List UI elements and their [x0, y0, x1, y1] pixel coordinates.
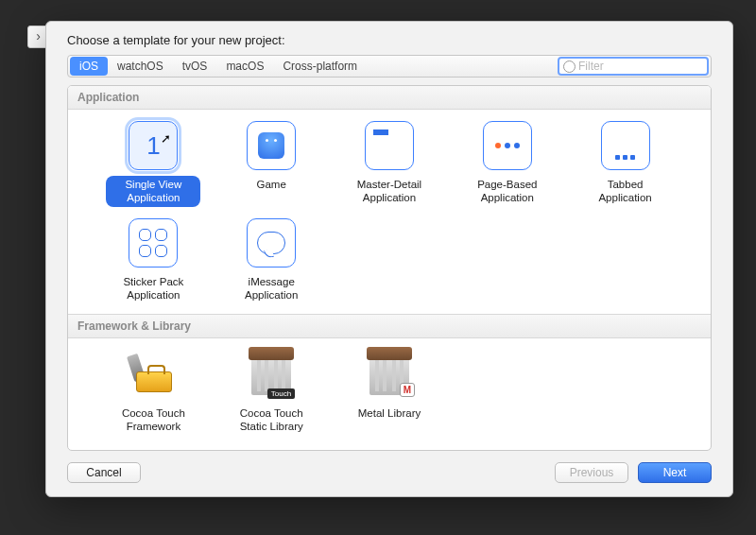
- template-metal-library[interactable]: M Metal Library: [331, 350, 449, 436]
- application-grid: 1 ➚ Single View Application Game Master-…: [68, 110, 711, 314]
- template-master-detail[interactable]: Master-Detail Application: [331, 121, 449, 207]
- template-page-based[interactable]: Page-Based Application: [448, 121, 566, 207]
- template-cocoa-touch-static-library[interactable]: Touch Cocoa Touch Static Library: [213, 350, 331, 436]
- template-label: iMessage Application: [224, 273, 318, 304]
- template-single-view[interactable]: 1 ➚ Single View Application: [94, 121, 213, 207]
- template-list: Application 1 ➚ Single View Application …: [67, 85, 712, 451]
- section-header-framework: Framework & Library: [68, 314, 711, 338]
- next-button[interactable]: Next: [638, 462, 712, 483]
- game-icon: [247, 121, 296, 170]
- template-label: Cocoa Touch Static Library: [224, 405, 318, 436]
- template-cocoa-touch-framework[interactable]: Cocoa Touch Framework: [94, 350, 213, 436]
- single-view-number: 1: [146, 131, 160, 161]
- master-detail-icon: [365, 121, 414, 170]
- filter-field-wrap[interactable]: [558, 57, 709, 76]
- building-glyph: Touch: [251, 354, 291, 395]
- tab-tvos[interactable]: tvOS: [173, 57, 217, 76]
- tab-ios[interactable]: iOS: [70, 57, 108, 76]
- template-imessage[interactable]: iMessage Application: [213, 218, 331, 304]
- cancel-button[interactable]: Cancel: [67, 462, 141, 483]
- filter-input[interactable]: [578, 60, 703, 73]
- library-building-icon: Touch: [247, 350, 296, 399]
- tab-crossplatform[interactable]: Cross-platform: [273, 57, 367, 76]
- prompt-label: Choose a template for your new project:: [67, 33, 712, 55]
- sticker-pack-icon: [129, 218, 178, 268]
- toolbox-icon: [129, 350, 178, 399]
- master-detail-glyph: [373, 129, 388, 135]
- tabbed-icon: [601, 121, 650, 170]
- template-chooser-sheet: Choose a template for your new project: …: [45, 21, 733, 497]
- toolbox-glyph: [130, 356, 176, 392]
- filter-icon: [563, 60, 576, 73]
- platform-tabs: iOS watchOS tvOS macOS Cross-platform: [70, 56, 367, 77]
- page-dots-glyph: [495, 143, 520, 148]
- page-based-icon: [483, 121, 532, 170]
- tab-dots-glyph: [602, 155, 649, 160]
- template-game[interactable]: Game: [213, 121, 331, 207]
- template-label: Tabbed Application: [578, 176, 673, 207]
- sticker-grid-glyph: [139, 229, 167, 257]
- cursor-icon: ➚: [161, 131, 171, 146]
- template-label: Metal Library: [352, 405, 426, 422]
- sheet-header: Choose a template for your new project: …: [46, 22, 732, 85]
- sheet-footer: Cancel Previous Next: [46, 451, 732, 496]
- metal-badge: M: [400, 383, 415, 397]
- template-sticker-pack[interactable]: Sticker Pack Application: [94, 218, 213, 304]
- template-tabbed[interactable]: Tabbed Application: [566, 121, 684, 207]
- platform-tab-bar: iOS watchOS tvOS macOS Cross-platform: [67, 55, 712, 78]
- template-label: Cocoa Touch Framework: [106, 405, 200, 436]
- template-label: Game: [251, 176, 292, 193]
- template-label: Sticker Pack Application: [106, 273, 200, 304]
- single-view-icon: 1 ➚: [129, 121, 178, 170]
- speech-bubble-glyph: [257, 232, 285, 254]
- previous-button[interactable]: Previous: [555, 462, 628, 483]
- game-glyph: [258, 132, 284, 159]
- template-label: Master-Detail Application: [342, 176, 437, 207]
- imessage-icon: [247, 218, 296, 268]
- tab-macos[interactable]: macOS: [216, 57, 273, 76]
- metal-library-icon: M: [365, 350, 414, 399]
- template-label: Single View Application: [106, 176, 200, 207]
- section-header-application: Application: [68, 86, 711, 110]
- tab-watchos[interactable]: watchOS: [108, 57, 173, 76]
- template-label: Page-Based Application: [460, 176, 555, 207]
- touch-badge: Touch: [267, 388, 295, 399]
- building-glyph: M: [369, 354, 409, 395]
- framework-grid: Cocoa Touch Framework Touch Cocoa Touch …: [68, 338, 711, 445]
